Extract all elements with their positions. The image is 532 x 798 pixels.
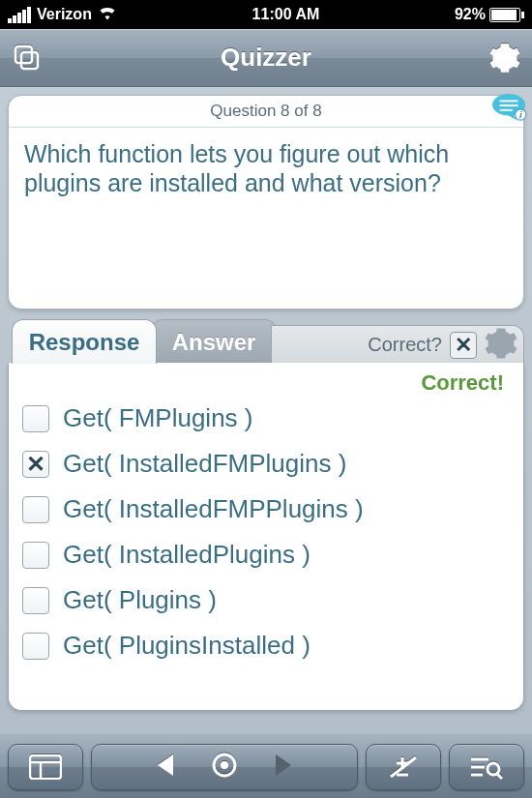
page-title: Quizzer xyxy=(221,43,311,73)
svg-point-20 xyxy=(488,763,499,775)
bottom-toolbar xyxy=(0,734,532,798)
record-icon[interactable] xyxy=(212,753,237,782)
option-label: Get( InstalledFMPPlugins ) xyxy=(63,494,364,524)
option-row[interactable]: Get( PluginsInstalled ) xyxy=(22,623,510,668)
option-checkbox[interactable] xyxy=(22,542,49,569)
signal-icon xyxy=(8,7,31,23)
option-checkbox[interactable]: ✕ xyxy=(22,451,49,478)
option-label: Get( InstalledFMPlugins ) xyxy=(63,449,346,479)
battery-percent: 92% xyxy=(455,6,486,23)
question-counter: Question 8 of 8 xyxy=(9,96,523,128)
carrier-label: Verizon xyxy=(37,6,92,23)
edit-button[interactable] xyxy=(366,744,441,790)
option-checkbox[interactable] xyxy=(22,633,49,660)
option-checkbox[interactable] xyxy=(22,496,49,523)
option-label: Get( InstalledPlugins ) xyxy=(63,540,310,570)
feedback-text: Correct! xyxy=(22,370,510,396)
option-row[interactable]: ✕Get( InstalledFMPlugins ) xyxy=(22,441,510,487)
hint-icon[interactable]: i xyxy=(490,92,527,123)
next-icon xyxy=(274,753,295,782)
gear-icon[interactable] xyxy=(489,43,520,74)
layout-button[interactable] xyxy=(8,744,83,790)
tab-answer[interactable]: Answer xyxy=(151,319,277,364)
search-button[interactable] xyxy=(449,744,524,790)
tab-response[interactable]: Response xyxy=(12,319,157,364)
svg-line-21 xyxy=(497,774,502,779)
option-label: Get( FMPlugins ) xyxy=(63,403,253,433)
option-row[interactable]: Get( FMPlugins ) xyxy=(22,396,510,441)
option-checkbox[interactable] xyxy=(22,405,49,432)
question-card: Question 8 of 8 i Which function lets yo… xyxy=(8,95,524,310)
svg-point-12 xyxy=(221,761,228,769)
option-row[interactable]: Get( InstalledFMPPlugins ) xyxy=(22,487,510,532)
svg-text:i: i xyxy=(519,109,522,120)
wifi-icon xyxy=(98,5,117,24)
svg-rect-1 xyxy=(21,52,38,69)
prev-icon[interactable] xyxy=(154,753,175,782)
windows-icon[interactable] xyxy=(12,43,43,74)
option-label: Get( PluginsInstalled ) xyxy=(63,631,310,661)
svg-rect-0 xyxy=(15,46,32,63)
question-text: Which function lets you figure out which… xyxy=(9,128,523,209)
status-bar: Verizon 11:00 AM 92% xyxy=(0,0,532,29)
option-checkbox[interactable] xyxy=(22,587,49,614)
mark-checkbox[interactable]: ✕ xyxy=(450,332,477,359)
nav-bar: Quizzer xyxy=(0,29,532,87)
answer-section: Answer Response Correct? ✕ Correct! Get(… xyxy=(8,319,524,711)
option-row[interactable]: Get( Plugins ) xyxy=(22,577,510,623)
svg-rect-8 xyxy=(30,755,61,779)
nav-group xyxy=(91,744,358,790)
answer-card: Correct! Get( FMPlugins )✕Get( Installed… xyxy=(8,363,524,711)
option-row[interactable]: Get( InstalledPlugins ) xyxy=(22,532,510,577)
clock: 11:00 AM xyxy=(252,6,320,23)
settings-gear-icon[interactable] xyxy=(485,327,517,364)
option-label: Get( Plugins ) xyxy=(63,585,217,615)
battery-icon xyxy=(489,8,524,22)
correct-label: Correct? xyxy=(368,334,442,356)
